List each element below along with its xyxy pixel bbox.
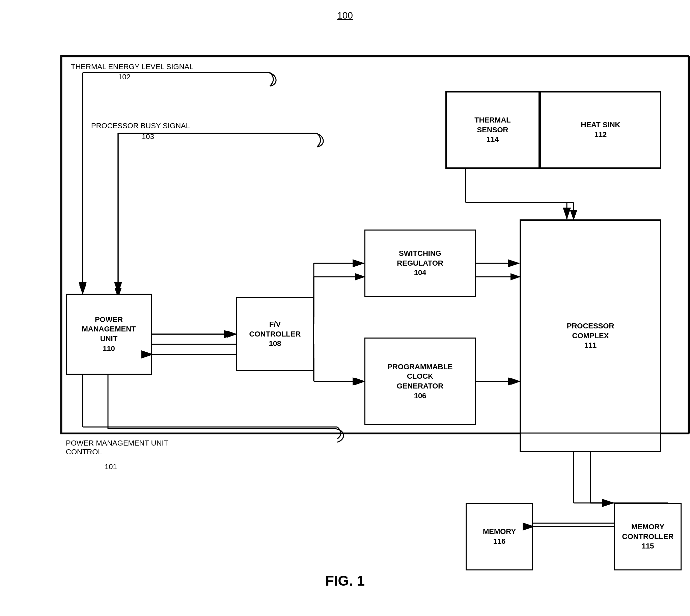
memory-controller-label: MEMORY CONTROLLER — [622, 522, 674, 542]
processor-complex-number: 111 — [584, 340, 597, 350]
power-management-number: 110 — [103, 344, 115, 354]
thermal-sensor-label: THERMAL SENSOR — [474, 115, 511, 135]
diagram-title: 100 — [0, 10, 690, 21]
heat-sink-label: HEAT SINK — [581, 120, 621, 130]
fig-title: FIG. 1 — [0, 573, 690, 589]
fv-controller-number: 108 — [269, 339, 282, 349]
heat-sink-number: 112 — [595, 130, 607, 140]
memory-label: MEMORY — [483, 527, 516, 537]
programmable-clock-label: PROGRAMMABLE CLOCK GENERATOR — [387, 362, 452, 391]
power-management-label: POWER MANAGEMENT UNIT — [82, 315, 136, 344]
switching-regulator-label: SWITCHING REGULATOR — [397, 249, 443, 268]
thermal-energy-label: THERMAL ENERGY LEVEL SIGNAL — [71, 62, 194, 71]
power-mgmt-control-label: POWER MANAGEMENT UNIT CONTROL — [66, 439, 169, 456]
switching-regulator-number: 104 — [414, 268, 426, 278]
processor-complex-block: PROCESSOR COMPLEX 111 — [519, 219, 661, 452]
thermal-sensor-number: 114 — [487, 135, 499, 145]
fv-controller-label: F/V CONTROLLER — [249, 320, 301, 339]
processor-complex-label: PROCESSOR COMPLEX — [567, 321, 615, 340]
fv-controller-block: F/V CONTROLLER 108 — [236, 297, 314, 371]
memory-controller-number: 115 — [642, 542, 654, 551]
power-mgmt-control-number: 101 — [105, 462, 117, 471]
heat-sink-block: HEAT SINK 112 — [540, 91, 661, 169]
programmable-clock-block: PROGRAMMABLE CLOCK GENERATOR 106 — [364, 337, 476, 425]
programmable-clock-number: 106 — [414, 391, 426, 401]
processor-busy-label: PROCESSOR BUSY SIGNAL — [91, 122, 190, 130]
diagram-container: 100 — [0, 0, 690, 616]
switching-regulator-block: SWITCHING REGULATOR 104 — [364, 229, 476, 297]
thermal-energy-number: 102 — [118, 72, 131, 81]
memory-controller-block: MEMORY CONTROLLER 115 — [614, 503, 682, 570]
memory-number: 116 — [493, 537, 506, 547]
memory-block: MEMORY 116 — [466, 503, 533, 570]
power-management-block: POWER MANAGEMENT UNIT 110 — [66, 294, 152, 375]
processor-busy-number: 103 — [142, 132, 154, 141]
thermal-sensor-block: THERMAL SENSOR 114 — [445, 91, 540, 169]
